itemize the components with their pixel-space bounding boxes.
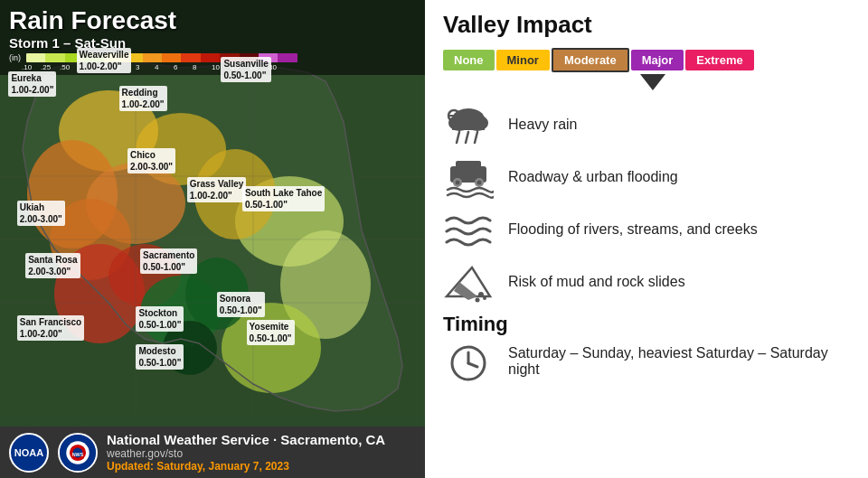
roadway-flood-text: Roadway & urban flooding [508, 169, 678, 185]
mudslide-icon [443, 260, 494, 304]
svg-line-46 [468, 363, 477, 367]
legend-ticks: .10 .25 .50 1 1.50 2 3 4 6 8 10 15 20 30 [9, 63, 416, 71]
california-map [0, 59, 425, 416]
svg-rect-28 [452, 121, 485, 130]
rain-forecast-title: Rain Forecast [9, 7, 416, 35]
storm-subtitle: Storm 1 – Sat-Sun [9, 35, 416, 51]
nws-url: weather.gov/sto [107, 447, 385, 460]
scale-bar: None Minor Moderate Major Extreme [443, 48, 754, 72]
impact-item-heavy-rain: Heavy rain [443, 103, 850, 146]
scale-none: None [443, 50, 495, 70]
timing-item: Saturday – Sunday, heaviest Saturday – S… [443, 342, 850, 385]
city-label-weaverville: Weaverville1.00-2.00" [77, 48, 132, 73]
city-label-modesto: Modesto0.50-1.00" [136, 344, 184, 370]
city-label-stockton: Stockton0.50-1.00" [136, 306, 184, 332]
city-label-yosemite: Yosemite0.50-1.00" [247, 320, 295, 345]
impact-item-mudslide: Risk of mud and rock slides [443, 260, 850, 304]
svg-point-43 [476, 298, 480, 303]
scale-arrow [640, 74, 665, 90]
svg-line-31 [475, 132, 477, 143]
scale-major: Major [631, 50, 684, 70]
impact-item-river-flood: Flooding of rivers, streams, and creeks [443, 208, 850, 251]
scale-moderate: Moderate [552, 48, 629, 72]
city-label-eureka: Eureka1.00-2.00" [8, 71, 56, 97]
flooding-icon [443, 155, 494, 199]
svg-rect-35 [456, 161, 481, 172]
svg-point-42 [483, 296, 486, 300]
scale-extreme: Extreme [685, 50, 753, 70]
legend-label: (in) [9, 53, 21, 62]
city-label-redding: Redding1.00-2.00" [119, 86, 167, 111]
footer: NOAA NWS National Weather Service · Sacr… [0, 426, 425, 478]
header-overlay: Rain Forecast Storm 1 – Sat-Sun (in) [0, 0, 425, 75]
valley-impact-title: Valley Impact [443, 11, 850, 39]
city-label-san-francisco: San Francisco1.00-2.00" [17, 315, 84, 341]
svg-text:NWS: NWS [72, 451, 84, 456]
updated-date: Updated: Saturday, January 7, 2023 [107, 460, 385, 473]
river-flood-text: Flooding of rivers, streams, and creeks [508, 221, 758, 238]
svg-line-29 [457, 132, 459, 143]
svg-point-39 [477, 181, 482, 185]
left-panel: Rain Forecast Storm 1 – Sat-Sun (in) [0, 0, 425, 478]
heavy-rain-text: Heavy rain [508, 117, 577, 133]
impact-items: Heavy rain Roadway & urba [443, 103, 850, 304]
clock-icon [443, 342, 494, 385]
city-label-south-lake-tahoe: South Lake Tahoe0.50-1.00" [242, 186, 325, 211]
impact-scale: None Minor Moderate Major Extreme [443, 48, 850, 90]
timing-text: Saturday – Sunday, heaviest Saturday – S… [508, 342, 850, 378]
city-label-sacramento: Sacramento0.50-1.00" [140, 248, 197, 274]
nws-title: National Weather Service · Sacramento, C… [107, 432, 385, 447]
impact-item-roadway-flood: Roadway & urban flooding [443, 155, 850, 199]
city-label-grass-valley: Grass Valley1.00-2.00" [187, 177, 247, 202]
scale-minor: Minor [496, 50, 550, 70]
city-label-susanville: Susanville0.50-1.00" [221, 57, 270, 82]
svg-line-30 [466, 132, 468, 143]
mudslide-text: Risk of mud and rock slides [508, 274, 685, 290]
scale-arrow-container [443, 74, 665, 90]
svg-point-37 [456, 181, 460, 185]
noaa-logo: NOAA [9, 433, 49, 473]
city-label-ukiah: Ukiah2.00-3.00" [17, 201, 65, 226]
city-label-santa-rosa: Santa Rosa2.00-3.00" [25, 253, 80, 278]
river-flood-icon [443, 208, 494, 251]
city-label-sonora: Sonora0.50-1.00" [217, 292, 265, 317]
timing-title: Timing [443, 313, 850, 336]
svg-point-41 [478, 292, 484, 297]
nws-logo: NWS [58, 433, 98, 473]
right-panel: Valley Impact None Minor Moderate Major … [425, 0, 868, 478]
heavy-rain-icon [443, 103, 494, 146]
footer-text: National Weather Service · Sacramento, C… [107, 432, 385, 473]
city-label-chico: Chico2.00-3.00" [127, 148, 175, 173]
